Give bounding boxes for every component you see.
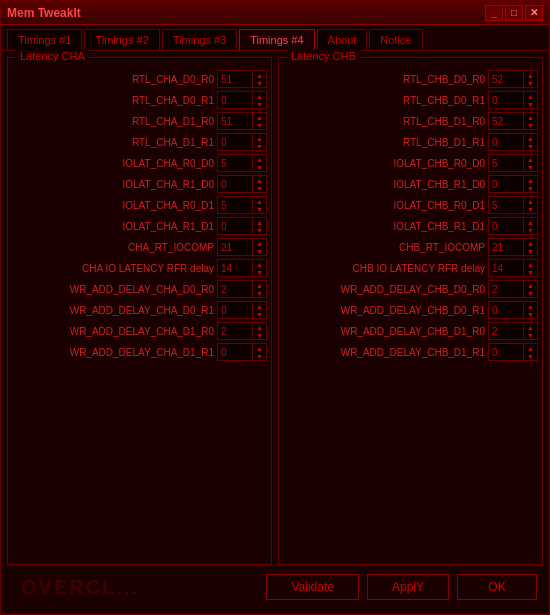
field-spinner[interactable]: ▲▼ [253,238,267,256]
field-spinner[interactable]: ▲▼ [253,112,267,130]
spin-down-icon[interactable]: ▼ [253,100,266,108]
tab-timings3[interactable]: Timings #3 [162,29,237,50]
field-input-iolat-cha-r0-d1[interactable] [217,196,253,214]
spin-down-icon[interactable]: ▼ [253,352,266,360]
spin-up-icon[interactable]: ▲ [524,302,537,310]
field-input-chb-rt-iocomp[interactable] [488,238,524,256]
spin-down-icon[interactable]: ▼ [524,121,537,129]
tab-timings2[interactable]: Timings #2 [84,29,159,50]
field-input-iolat-chb-r0-d0[interactable] [488,154,524,172]
spin-up-icon[interactable]: ▲ [253,71,266,79]
spin-up-icon[interactable]: ▲ [253,92,266,100]
spin-up-icon[interactable]: ▲ [524,260,537,268]
spin-up-icon[interactable]: ▲ [524,92,537,100]
close-button[interactable]: ✕ [525,5,543,21]
spin-down-icon[interactable]: ▼ [524,352,537,360]
field-input-iolat-cha-r1-d1[interactable] [217,217,253,235]
spin-down-icon[interactable]: ▼ [524,226,537,234]
spin-up-icon[interactable]: ▲ [253,260,266,268]
spin-down-icon[interactable]: ▼ [253,79,266,87]
validate-button[interactable]: Validate [266,574,358,600]
field-input-wr-add-delay-cha-d1-r1[interactable] [217,343,253,361]
field-input-rtl-chb-d0-r0[interactable] [488,70,524,88]
field-input-cha-rt-iocomp[interactable] [217,238,253,256]
maximize-button[interactable]: □ [505,5,523,21]
spin-down-icon[interactable]: ▼ [253,121,266,129]
field-input-iolat-cha-r0-d0[interactable] [217,154,253,172]
spin-up-icon[interactable]: ▲ [524,71,537,79]
field-input-wr-add-delay-chb-d1-r0[interactable] [488,322,524,340]
field-spinner[interactable]: ▲▼ [253,154,267,172]
field-input-rtl-chb-d0-r1[interactable] [488,91,524,109]
field-input-rtl-cha-d0-r1[interactable] [217,91,253,109]
field-spinner[interactable]: ▲▼ [524,259,538,277]
field-input-chb-io-latency-rfr-delay[interactable] [488,259,524,277]
ok-button[interactable]: OK [457,574,537,600]
spin-up-icon[interactable]: ▲ [524,134,537,142]
field-spinner[interactable]: ▲▼ [253,343,267,361]
tab-timings1[interactable]: Timings #1 [7,29,82,50]
spin-down-icon[interactable]: ▼ [253,142,266,150]
spin-up-icon[interactable]: ▲ [253,218,266,226]
spin-down-icon[interactable]: ▼ [253,247,266,255]
field-spinner[interactable]: ▲▼ [524,175,538,193]
spin-down-icon[interactable]: ▼ [253,331,266,339]
field-input-iolat-chb-r1-d1[interactable] [488,217,524,235]
spin-down-icon[interactable]: ▼ [524,100,537,108]
spin-down-icon[interactable]: ▼ [253,163,266,171]
field-spinner[interactable]: ▲▼ [524,133,538,151]
spin-down-icon[interactable]: ▼ [524,268,537,276]
field-input-cha-io-latency-rfr-delay[interactable] [217,259,253,277]
field-spinner[interactable]: ▲▼ [524,217,538,235]
field-spinner[interactable]: ▲▼ [524,343,538,361]
spin-up-icon[interactable]: ▲ [253,197,266,205]
field-input-rtl-chb-d1-r0[interactable] [488,112,524,130]
field-spinner[interactable]: ▲▼ [253,301,267,319]
field-input-wr-add-delay-cha-d0-r0[interactable] [217,280,253,298]
spin-down-icon[interactable]: ▼ [524,163,537,171]
spin-up-icon[interactable]: ▲ [253,176,266,184]
field-spinner[interactable]: ▲▼ [524,196,538,214]
field-spinner[interactable]: ▲▼ [524,70,538,88]
field-input-wr-add-delay-chb-d0-r0[interactable] [488,280,524,298]
spin-down-icon[interactable]: ▼ [524,184,537,192]
spin-down-icon[interactable]: ▼ [524,310,537,318]
spin-up-icon[interactable]: ▲ [524,239,537,247]
field-spinner[interactable]: ▲▼ [253,133,267,151]
field-spinner[interactable]: ▲▼ [253,70,267,88]
spin-down-icon[interactable]: ▼ [524,205,537,213]
spin-up-icon[interactable]: ▲ [253,302,266,310]
field-spinner[interactable]: ▲▼ [524,238,538,256]
field-input-rtl-cha-d0-r0[interactable] [217,70,253,88]
spin-down-icon[interactable]: ▼ [253,205,266,213]
apply-button[interactable]: ApplY [367,574,449,600]
field-spinner[interactable]: ▲▼ [253,196,267,214]
field-spinner[interactable]: ▲▼ [524,280,538,298]
field-spinner[interactable]: ▲▼ [524,112,538,130]
field-input-wr-add-delay-chb-d0-r1[interactable] [488,301,524,319]
field-spinner[interactable]: ▲▼ [253,259,267,277]
spin-up-icon[interactable]: ▲ [524,197,537,205]
tab-timings4[interactable]: Timings #4 [239,29,314,50]
field-spinner[interactable]: ▲▼ [524,322,538,340]
field-input-iolat-chb-r0-d1[interactable] [488,196,524,214]
spin-up-icon[interactable]: ▲ [524,281,537,289]
spin-up-icon[interactable]: ▲ [253,323,266,331]
spin-up-icon[interactable]: ▲ [524,344,537,352]
spin-up-icon[interactable]: ▲ [524,155,537,163]
tab-about[interactable]: About [317,29,368,50]
field-spinner[interactable]: ▲▼ [253,175,267,193]
field-input-rtl-chb-d1-r1[interactable] [488,133,524,151]
spin-down-icon[interactable]: ▼ [524,247,537,255]
field-spinner[interactable]: ▲▼ [524,91,538,109]
spin-down-icon[interactable]: ▼ [253,268,266,276]
spin-up-icon[interactable]: ▲ [524,176,537,184]
spin-up-icon[interactable]: ▲ [524,218,537,226]
field-spinner[interactable]: ▲▼ [524,301,538,319]
spin-down-icon[interactable]: ▼ [524,289,537,297]
minimize-button[interactable]: _ [485,5,503,21]
field-spinner[interactable]: ▲▼ [253,91,267,109]
field-spinner[interactable]: ▲▼ [253,280,267,298]
spin-up-icon[interactable]: ▲ [253,134,266,142]
spin-up-icon[interactable]: ▲ [524,113,537,121]
